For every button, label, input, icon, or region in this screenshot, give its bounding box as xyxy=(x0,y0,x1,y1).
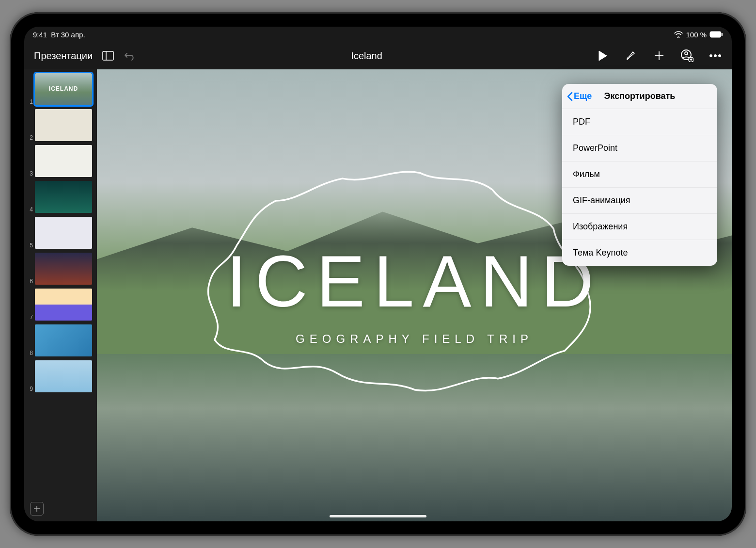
export-option-pdf[interactable]: PDF xyxy=(562,109,717,135)
toolbar: Презентации Iceland xyxy=(24,42,732,69)
format-brush-icon[interactable] xyxy=(624,49,638,63)
export-option-keynote-theme[interactable]: Тема Keynote xyxy=(562,240,717,266)
status-bar: 9:41 Вт 30 апр. 100 % xyxy=(24,27,732,42)
thumbnail-preview xyxy=(35,253,92,285)
slide-thumbnail[interactable]: 3 xyxy=(27,144,94,178)
slide-thumbnail[interactable]: 2 xyxy=(27,108,94,142)
svg-point-13 xyxy=(719,55,721,57)
document-title[interactable]: Iceland xyxy=(146,50,587,62)
slide-thumbnail[interactable]: 6 xyxy=(27,252,94,286)
thumbnail-preview xyxy=(35,217,92,249)
slide-thumbnail[interactable]: 1 xyxy=(27,72,94,106)
export-option-gif[interactable]: GIF-анимация xyxy=(562,188,717,214)
export-options-list: PDF PowerPoint Фильм GIF-анимация Изобра… xyxy=(562,109,717,266)
popover-back-label: Еще xyxy=(574,91,592,101)
view-mode-icon[interactable] xyxy=(101,49,115,63)
play-icon[interactable] xyxy=(596,49,610,63)
popover-back-button[interactable]: Еще xyxy=(567,91,592,101)
slide-thumbnail[interactable]: 4 xyxy=(27,180,94,214)
thumbnail-preview xyxy=(35,73,92,105)
thumbnail-preview xyxy=(35,145,92,177)
home-indicator[interactable] xyxy=(330,515,426,517)
export-option-powerpoint[interactable]: PowerPoint xyxy=(562,135,717,161)
popover-title: Экспортировать xyxy=(604,91,676,101)
wifi-icon xyxy=(674,31,683,38)
slide-thumbnail[interactable]: 8 xyxy=(27,323,94,357)
presentations-back-button[interactable]: Презентации xyxy=(34,50,93,62)
add-icon[interactable] xyxy=(652,49,666,63)
thumbnail-preview xyxy=(35,360,92,392)
status-time: 9:41 xyxy=(33,31,47,39)
thumbnail-preview xyxy=(35,109,92,141)
export-option-movie[interactable]: Фильм xyxy=(562,161,717,188)
svg-point-12 xyxy=(714,55,717,57)
slide-thumbnail[interactable]: 7 xyxy=(27,288,94,322)
export-popover: Еще Экспортировать PDF PowerPoint Фильм … xyxy=(562,84,717,266)
slide-subheading: GEOGRAPHY FIELD TRIP xyxy=(226,332,602,346)
ipad-frame: 9:41 Вт 30 апр. 100 % Презентации xyxy=(10,12,746,536)
status-date: Вт 30 апр. xyxy=(51,31,85,39)
add-slide-button[interactable] xyxy=(30,502,44,516)
thumbnail-preview xyxy=(35,289,92,321)
slide-heading: ICELAND xyxy=(226,245,602,318)
undo-icon[interactable] xyxy=(124,49,137,63)
collaborate-icon[interactable] xyxy=(680,49,694,63)
slide-navigator[interactable]: 1 2 3 4 5 6 7 8 9 xyxy=(24,69,97,521)
app-screen: 9:41 Вт 30 апр. 100 % Презентации xyxy=(24,27,732,521)
slide-thumbnail[interactable]: 5 xyxy=(27,216,94,250)
slide-thumbnail[interactable]: 9 xyxy=(27,359,94,393)
svg-point-11 xyxy=(710,55,712,57)
svg-rect-2 xyxy=(103,51,113,60)
popover-header: Еще Экспортировать xyxy=(562,84,717,109)
svg-rect-1 xyxy=(722,33,723,36)
battery-percentage: 100 % xyxy=(686,31,707,39)
thumbnail-preview xyxy=(35,181,92,213)
svg-rect-0 xyxy=(710,32,721,37)
thumbnail-preview xyxy=(35,324,92,356)
export-option-images[interactable]: Изображения xyxy=(562,214,717,240)
svg-point-7 xyxy=(685,52,688,55)
battery-icon xyxy=(709,31,723,38)
slide-text-group[interactable]: ICELAND GEOGRAPHY FIELD TRIP xyxy=(226,245,602,346)
more-icon[interactable] xyxy=(709,49,722,63)
